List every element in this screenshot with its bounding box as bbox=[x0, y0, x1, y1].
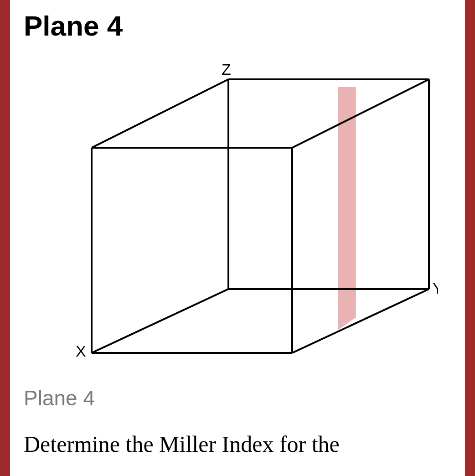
cube-diagram: Z Y X bbox=[37, 61, 438, 371]
figure-caption: Plane 4 bbox=[24, 385, 451, 412]
page-frame: Plane 4 bbox=[0, 0, 475, 476]
axis-label-y: Y bbox=[433, 279, 438, 297]
content-area: Plane 4 bbox=[10, 0, 465, 476]
question-text: Determine the Miller Index for the bbox=[24, 430, 451, 458]
edge-tl bbox=[92, 79, 228, 148]
edge-tr bbox=[292, 79, 429, 148]
axis-label-z: Z bbox=[222, 61, 231, 78]
figure-container: Z Y X bbox=[24, 61, 451, 371]
problem-title: Plane 4 bbox=[24, 9, 451, 43]
edge-bl bbox=[92, 289, 228, 353]
axis-label-x: X bbox=[76, 342, 86, 360]
edge-br bbox=[292, 289, 429, 353]
